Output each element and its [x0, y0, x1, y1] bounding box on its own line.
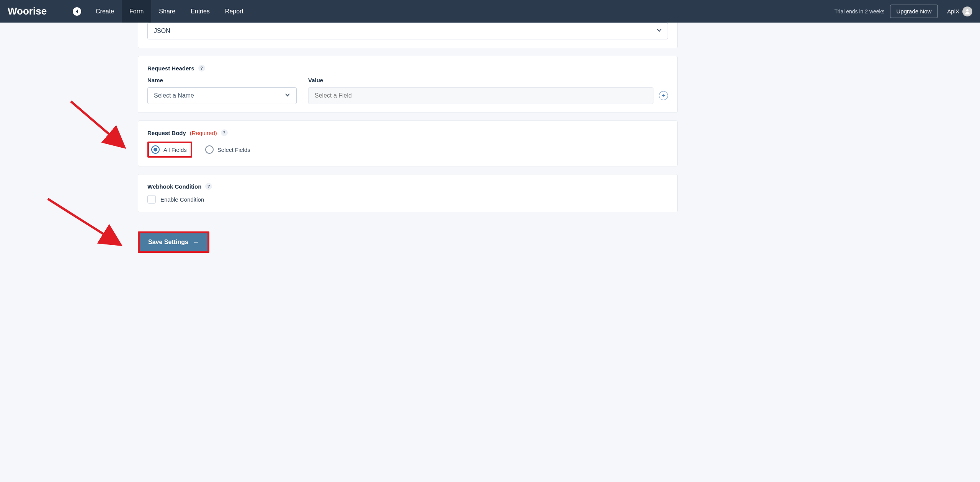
back-button[interactable]: [73, 7, 81, 16]
enable-condition-row: Enable Condition: [147, 195, 668, 204]
svg-line-2: [71, 101, 124, 147]
radio-icon: [205, 145, 214, 154]
radio-icon: [151, 145, 160, 154]
svg-line-3: [48, 199, 121, 245]
help-icon[interactable]: ?: [198, 65, 205, 72]
svg-point-1: [966, 9, 969, 11]
format-select[interactable]: JSON: [147, 23, 668, 39]
enable-condition-label: Enable Condition: [160, 196, 204, 203]
top-navigation: Woorise Create Form Share Entries Report…: [0, 0, 980, 23]
annotation-arrow-2: [48, 199, 128, 254]
chevron-down-icon: [285, 92, 290, 99]
nav-report[interactable]: Report: [217, 0, 251, 23]
avatar-icon: [962, 7, 972, 16]
nav-entries[interactable]: Entries: [183, 0, 217, 23]
nav-create[interactable]: Create: [88, 0, 122, 23]
required-label: (Required): [190, 130, 217, 136]
header-name-select[interactable]: Select a Name: [147, 87, 297, 104]
save-button-highlight: Save Settings →: [138, 231, 209, 253]
request-body-radio-group: All Fields Select Fields: [147, 142, 668, 158]
save-settings-button[interactable]: Save Settings →: [140, 233, 207, 251]
request-headers-title: Request Headers ?: [147, 65, 668, 72]
header-value-input[interactable]: [308, 87, 653, 104]
help-icon[interactable]: ?: [221, 129, 228, 136]
save-settings-label: Save Settings: [148, 239, 188, 246]
username-label: ApiX: [947, 8, 959, 15]
request-headers-title-text: Request Headers: [147, 65, 194, 72]
header-value-column-label: Value: [308, 77, 668, 83]
header-name-placeholder: Select a Name: [154, 92, 194, 99]
webhook-condition-title-text: Webhook Condition: [147, 183, 201, 190]
trial-status: Trial ends in 2 weeks: [835, 8, 885, 15]
help-icon[interactable]: ?: [205, 183, 212, 190]
webhook-condition-card: Webhook Condition ? Enable Condition: [138, 174, 678, 212]
webhook-condition-title: Webhook Condition ?: [147, 183, 668, 190]
nav-tabs: Create Form Share Entries Report: [88, 0, 251, 23]
radio-all-fields[interactable]: All Fields: [147, 142, 192, 158]
user-menu[interactable]: ApiX: [947, 7, 972, 16]
brand-logo: Woorise: [8, 6, 61, 17]
radio-select-fields[interactable]: Select Fields: [203, 143, 254, 156]
nav-form[interactable]: Form: [122, 0, 151, 23]
request-format-card: JSON: [138, 23, 678, 48]
request-body-title-text: Request Body: [147, 130, 186, 136]
format-select-wrap: JSON: [147, 23, 668, 39]
request-headers-card: Request Headers ? Name Select a Name Val…: [138, 56, 678, 113]
request-body-card: Request Body (Required) ? All Fields Sel…: [138, 120, 678, 166]
radio-all-fields-label: All Fields: [163, 147, 187, 153]
arrow-right-icon: →: [193, 239, 199, 246]
request-body-title: Request Body (Required) ?: [147, 129, 668, 136]
svg-text:Woorise: Woorise: [8, 6, 47, 17]
enable-condition-checkbox[interactable]: [147, 195, 156, 204]
nav-share[interactable]: Share: [151, 0, 183, 23]
woorise-logo-icon: Woorise: [8, 6, 61, 17]
header-name-column-label: Name: [147, 77, 297, 83]
upgrade-button[interactable]: Upgrade Now: [890, 5, 938, 18]
main-content: JSON Request Headers ? Name Select a Nam…: [122, 23, 693, 268]
add-header-button[interactable]: +: [659, 91, 668, 100]
radio-select-fields-label: Select Fields: [217, 147, 250, 153]
